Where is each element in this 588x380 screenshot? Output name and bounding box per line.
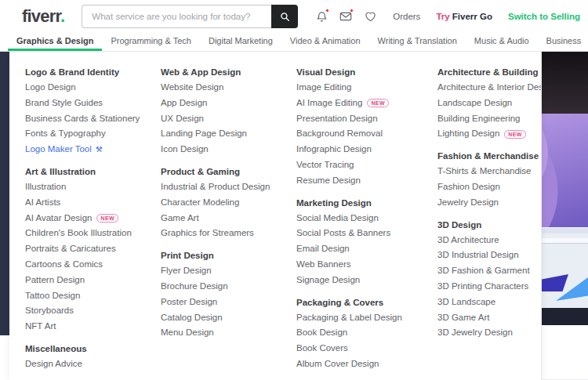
menu-item-vector-tracing[interactable]: Vector Tracing — [296, 157, 437, 173]
switch-to-selling-link[interactable]: Switch to Selling — [508, 12, 580, 21]
menu-item-fonts-and-typography[interactable]: Fonts & Typography — [25, 126, 161, 142]
menu-item-lighting-design[interactable]: Lighting DesignNEW — [437, 126, 542, 142]
menu-item-ai-image-editing[interactable]: AI Image EditingNEW — [296, 96, 437, 111]
menu-item-label: AI Artists — [25, 195, 60, 211]
menu-section-title: Miscellaneous — [25, 341, 161, 356]
menu-item-label: AI Image Editing — [296, 96, 362, 111]
menu-item-architecture-and-interior-design[interactable]: Architecture & Interior Design — [437, 80, 542, 96]
menu-item-tattoo-design[interactable]: Tattoo Design — [25, 288, 161, 304]
menu-item-label: Resume Design — [296, 173, 361, 189]
menu-item-label: Architecture & Interior Design — [437, 80, 542, 96]
menu-item-3d-architecture[interactable]: 3D Architecture — [437, 233, 542, 248]
menu-item-packaging-and-label-design[interactable]: Packaging & Label Design — [296, 310, 437, 326]
search-button[interactable] — [271, 5, 298, 28]
menu-item-3d-landscape[interactable]: 3D Landscape — [437, 295, 542, 310]
menu-item-storyboards[interactable]: Storyboards — [25, 303, 161, 319]
menu-item-t-shirts-and-merchandise[interactable]: T-Shirts & Merchandise — [437, 164, 542, 179]
menu-item-children-s-book-illustration[interactable]: Children's Book Illustration — [25, 226, 161, 241]
menu-item-label: Character Modeling — [161, 195, 239, 211]
fiverr-go-label: Fiverr Go — [452, 12, 492, 21]
menu-item-3d-game-art[interactable]: 3D Game Art — [437, 310, 542, 326]
menu-item-signage-design[interactable]: Signage Design — [296, 273, 437, 288]
menu-item-3d-fashion-and-garment[interactable]: 3D Fashion & Garment — [437, 263, 542, 279]
heart-icon — [365, 11, 376, 22]
menu-item-3d-printing-characters[interactable]: 3D Printing Characters — [437, 279, 542, 295]
menu-item-book-covers[interactable]: Book Covers — [296, 341, 437, 356]
nav-item-graphics-and-design[interactable]: Graphics & Design — [8, 33, 102, 51]
new-badge: NEW — [504, 130, 526, 139]
menu-item-menu-design[interactable]: Menu Design — [161, 325, 296, 341]
menu-item-infographic-design[interactable]: Infographic Design — [296, 142, 437, 157]
menu-section-title: Print Design — [161, 248, 296, 263]
menu-item-catalog-design[interactable]: Catalog Design — [161, 310, 296, 326]
menu-item-portraits-and-caricatures[interactable]: Portraits & Caricatures — [25, 241, 161, 257]
menu-item-ai-avatar-design[interactable]: AI Avatar DesignNEW — [25, 211, 161, 226]
menu-item-ai-artists[interactable]: AI Artists — [25, 195, 161, 211]
menu-item-label: Social Posts & Banners — [296, 226, 390, 241]
menu-item-social-media-design[interactable]: Social Media Design — [296, 211, 437, 226]
try-fiverr-go-link[interactable]: Try Fiverr Go — [436, 12, 492, 21]
favorites-button[interactable] — [363, 9, 377, 24]
menu-item-3d-industrial-design[interactable]: 3D Industrial Design — [437, 248, 542, 263]
menu-item-website-design[interactable]: Website Design — [161, 80, 296, 96]
menu-item-brand-style-guides[interactable]: Brand Style Guides — [25, 96, 161, 111]
menu-item-design-advice[interactable]: Design Advice — [25, 356, 161, 372]
menu-item-album-cover-design[interactable]: Album Cover Design — [296, 356, 437, 372]
menu-item-landscape-design[interactable]: Landscape Design — [437, 96, 542, 111]
menu-item-web-banners[interactable]: Web Banners — [296, 257, 437, 273]
menu-item-resume-design[interactable]: Resume Design — [296, 173, 437, 189]
menu-item-jewelry-design[interactable]: Jewelry Design — [437, 195, 542, 211]
menu-item-presentation-design[interactable]: Presentation Design — [296, 111, 437, 127]
menu-item-game-art[interactable]: Game Art — [161, 211, 296, 226]
menu-item-graphics-for-streamers[interactable]: Graphics for Streamers — [161, 226, 296, 241]
nav-item-programming-and-tech[interactable]: Programming & Tech — [102, 33, 200, 51]
menu-section-title: Product & Gaming — [161, 164, 296, 179]
menu-item-email-design[interactable]: Email Design — [296, 241, 437, 257]
menu-item-ux-design[interactable]: UX Design — [161, 111, 296, 127]
menu-item-icon-design[interactable]: Icon Design — [161, 142, 296, 157]
notifications-button[interactable] — [314, 9, 328, 24]
nav-item-video-and-animation[interactable]: Video & Animation — [281, 33, 369, 51]
menu-item-logo-design[interactable]: Logo Design — [25, 80, 161, 96]
menu-item-illustration[interactable]: Illustration — [25, 179, 161, 195]
menu-item-poster-design[interactable]: Poster Design — [161, 295, 296, 310]
menu-item-label: Infographic Design — [296, 142, 372, 157]
menu-item-business-cards-and-stationery[interactable]: Business Cards & Stationery — [25, 111, 161, 127]
fiverr-logo[interactable]: fiverr. — [22, 8, 64, 25]
menu-item-pattern-design[interactable]: Pattern Design — [25, 273, 161, 288]
background-page-right-strip — [542, 52, 588, 380]
menu-item-label: Brand Style Guides — [25, 96, 103, 111]
menu-item-background-removal[interactable]: Background Removal — [296, 126, 437, 142]
menu-item-cartoons-and-comics[interactable]: Cartoons & Comics — [25, 257, 161, 273]
nav-item-writing-and-translation[interactable]: Writing & Translation — [369, 33, 466, 51]
menu-item-image-editing[interactable]: Image Editing — [296, 80, 437, 96]
background-app-shape-navy — [542, 274, 568, 291]
menu-item-landing-page-design[interactable]: Landing Page Design — [161, 126, 296, 142]
menu-item-3d-jewelry-design[interactable]: 3D Jewelry Design — [437, 325, 542, 341]
nav-item-music-and-audio[interactable]: Music & Audio — [466, 33, 538, 51]
menu-item-label: 3D Landscape — [437, 295, 495, 310]
search-input[interactable] — [82, 5, 271, 28]
nav-item-business[interactable]: Business — [538, 33, 588, 51]
menu-item-label: NFT Art — [25, 319, 56, 335]
orders-link[interactable]: Orders — [393, 12, 420, 21]
menu-section-web-and-app-design: Web & App DesignWebsite DesignApp Design… — [161, 64, 296, 157]
menu-item-fashion-design[interactable]: Fashion Design — [437, 179, 542, 195]
new-badge: NEW — [367, 99, 389, 107]
menu-item-logo-maker-tool[interactable]: Logo Maker Tool⚒ — [25, 142, 161, 157]
messages-button[interactable] — [339, 9, 353, 24]
menu-item-character-modeling[interactable]: Character Modeling — [161, 195, 296, 211]
menu-item-label: Menu Design — [161, 325, 214, 341]
menu-item-label: Pattern Design — [25, 273, 85, 288]
menu-item-social-posts-and-banners[interactable]: Social Posts & Banners — [296, 226, 437, 241]
menu-item-brochure-design[interactable]: Brochure Design — [161, 279, 296, 295]
nav-item-digital-marketing[interactable]: Digital Marketing — [200, 33, 281, 51]
new-badge: NEW — [96, 214, 118, 223]
menu-section-title: Web & App Design — [161, 64, 296, 80]
menu-item-nft-art[interactable]: NFT Art — [25, 319, 161, 335]
menu-item-building-engineering[interactable]: Building Engineering — [437, 111, 542, 127]
menu-item-industrial-and-product-design[interactable]: Industrial & Product Design — [161, 179, 296, 195]
menu-item-book-design[interactable]: Book Design — [296, 325, 437, 341]
menu-item-app-design[interactable]: App Design — [161, 96, 296, 111]
menu-item-flyer-design[interactable]: Flyer Design — [161, 263, 296, 279]
